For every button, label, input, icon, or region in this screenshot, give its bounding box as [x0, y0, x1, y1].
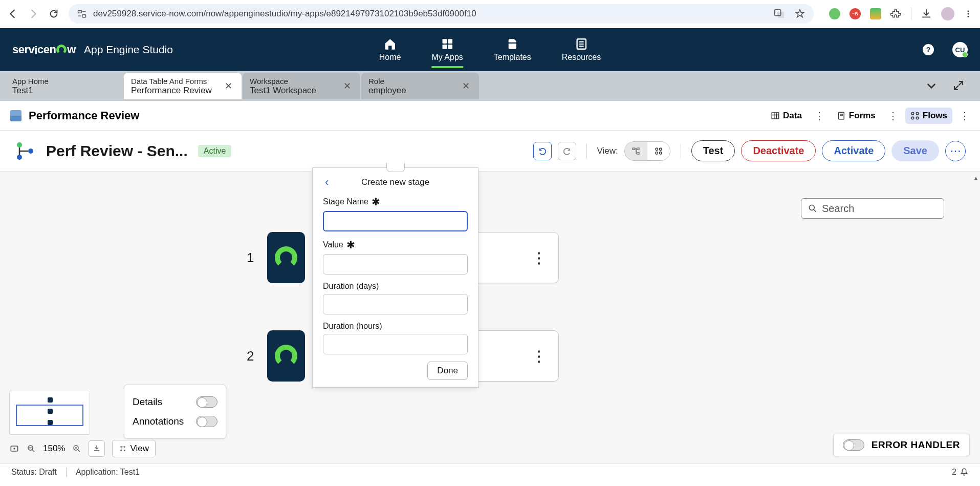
svg-point-42 [13, 448, 15, 449]
flow-type-icon [14, 141, 35, 161]
svg-rect-1 [82, 15, 86, 17]
nav-resources[interactable]: Resources [562, 37, 601, 62]
forms-menu[interactable]: ⋮ [888, 110, 898, 122]
extensions-icon[interactable] [890, 8, 902, 19]
forward-icon[interactable] [28, 8, 39, 19]
download-icon[interactable] [921, 8, 932, 19]
annotations-toggle[interactable] [196, 416, 217, 427]
reload-icon[interactable] [48, 8, 59, 19]
svg-point-27 [911, 117, 914, 119]
svg-text:G: G [777, 11, 780, 15]
popover-handle[interactable] [386, 163, 405, 172]
scroll-up-icon[interactable]: ▲ [973, 175, 979, 181]
save-button[interactable]: Save [891, 140, 939, 161]
view-toggle[interactable] [624, 141, 670, 161]
diagram-view-option[interactable] [647, 142, 670, 160]
test-button[interactable]: Test [691, 140, 735, 161]
step-menu-icon[interactable]: ⋮ [532, 249, 545, 266]
zoom-bar: 150% View [9, 440, 156, 457]
more-actions-button[interactable]: ⋯ [945, 141, 966, 161]
flows-menu[interactable]: ⋮ [960, 110, 970, 122]
forms-tab[interactable]: Forms [832, 108, 881, 124]
user-avatar[interactable]: CU [952, 42, 968, 57]
nav-home[interactable]: Home [379, 37, 401, 62]
nav-templates[interactable]: Templates [494, 37, 531, 62]
svg-point-26 [916, 112, 919, 115]
view-label: View: [597, 146, 618, 156]
step-tile[interactable] [267, 330, 305, 382]
extension-icon-3[interactable] [870, 8, 881, 19]
close-icon[interactable]: ✕ [223, 78, 234, 94]
stage-name-input[interactable] [323, 211, 468, 231]
undo-button[interactable] [533, 142, 552, 160]
tab-strip: App Home Test1 Data Table And Forms Perf… [0, 71, 980, 101]
back-icon[interactable]: ‹ [325, 176, 329, 189]
url-text: dev259928.service-now.com/now/appengines… [93, 9, 768, 19]
redo-button[interactable] [558, 142, 576, 160]
flow-canvas[interactable]: Search 1 ⋮ 2 ⋮ ‹ Create new stage Stage … [0, 172, 980, 463]
step-tile[interactable] [267, 232, 305, 283]
back-icon[interactable] [7, 8, 18, 19]
expand-icon[interactable] [952, 79, 965, 92]
fit-icon[interactable] [9, 443, 19, 454]
tab-data-table[interactable]: Data Table And Forms Performance Review … [124, 73, 242, 99]
site-settings-icon[interactable] [77, 9, 87, 19]
svg-point-31 [28, 149, 33, 154]
nav-my-apps[interactable]: My Apps [431, 37, 463, 62]
app-name: App Engine Studio [84, 44, 173, 56]
svg-point-51 [124, 446, 125, 448]
done-button[interactable]: Done [427, 362, 468, 380]
tab-workspace[interactable]: Workspace Test1 Workspace ✕ [243, 73, 360, 99]
zoom-in-icon[interactable] [72, 444, 81, 453]
data-icon [771, 111, 780, 120]
menu-dots-icon[interactable] [964, 9, 973, 18]
value-input[interactable] [323, 254, 468, 274]
close-icon[interactable]: ✕ [460, 78, 472, 94]
url-bar[interactable]: dev259928.service-now.com/now/appengines… [69, 4, 814, 24]
duration-days-label: Duration (days) [323, 282, 379, 291]
activate-button[interactable]: Activate [822, 140, 885, 161]
extension-icon-2[interactable]: ~B [850, 8, 861, 19]
deactivate-button[interactable]: Deactivate [741, 140, 816, 161]
profile-avatar[interactable] [941, 7, 954, 20]
svg-point-39 [809, 205, 814, 210]
close-icon[interactable]: ✕ [341, 78, 353, 94]
tree-view-option[interactable] [625, 142, 647, 160]
svg-point-8 [968, 13, 969, 15]
chevron-down-icon[interactable] [925, 79, 938, 93]
data-menu[interactable]: ⋮ [814, 110, 824, 122]
svg-point-35 [656, 148, 658, 151]
status-text: Status: Draft [11, 468, 57, 477]
svg-rect-32 [633, 148, 635, 150]
minimap[interactable] [9, 391, 90, 435]
download-button[interactable] [89, 440, 105, 457]
view-icon [119, 445, 127, 453]
step-number: 2 [247, 348, 254, 364]
details-toggle[interactable] [196, 396, 217, 408]
error-handler-toggle[interactable] [843, 439, 864, 451]
browser-bar: dev259928.service-now.com/now/appengines… [0, 0, 980, 28]
zoom-level: 150% [43, 443, 65, 454]
bell-icon[interactable] [960, 468, 969, 477]
error-handler-panel: ERROR HANDLER [833, 434, 970, 456]
notification-count: 2 [952, 468, 956, 477]
page-title: Performance Review [29, 109, 139, 122]
duration-days-input[interactable] [323, 294, 468, 314]
help-button[interactable]: ? [923, 44, 934, 55]
action-bar: Perf Review - Sen... Active View: Test D… [0, 131, 980, 172]
duration-hours-input[interactable] [323, 334, 468, 354]
extension-icon-1[interactable] [829, 8, 840, 19]
data-tab[interactable]: Data [766, 108, 807, 124]
view-options-panel: Details Annotations [124, 385, 226, 439]
search-box[interactable]: Search [801, 198, 944, 219]
zoom-out-icon[interactable] [27, 444, 36, 453]
svg-rect-18 [772, 113, 779, 119]
tab-role[interactable]: Role employee ✕ [361, 73, 479, 99]
popover-title: Create new stage [361, 177, 429, 187]
step-menu-icon[interactable]: ⋮ [532, 348, 545, 365]
view-button[interactable]: View [112, 440, 156, 457]
star-icon[interactable] [794, 8, 805, 19]
flows-tab[interactable]: Flows [905, 108, 952, 124]
translate-icon[interactable]: G [774, 8, 785, 19]
tab-app-home[interactable]: App Home Test1 [5, 73, 123, 99]
